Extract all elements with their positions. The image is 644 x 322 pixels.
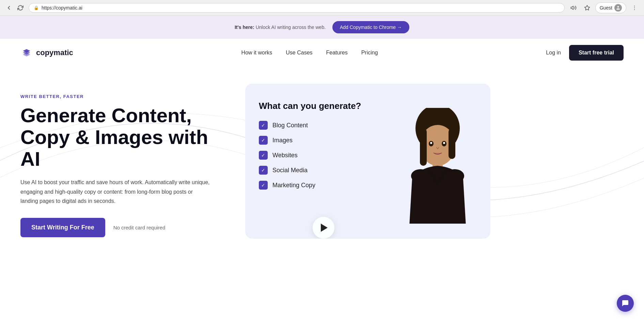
read-aloud-button[interactable]	[568, 2, 579, 13]
card-content: What can you generate? ✓ Blog Content ✓ …	[259, 97, 388, 239]
top-banner: It's here: Unlock AI writing across the …	[0, 16, 644, 39]
nav-links: How it works Use Cases Features Pricing	[241, 50, 378, 56]
add-chrome-button[interactable]: Add Copymatic to Chrome →	[332, 21, 409, 33]
favorites-button[interactable]	[582, 2, 593, 13]
check-icon-blog: ✓	[259, 121, 268, 130]
svg-marker-0	[584, 5, 590, 10]
refresh-button[interactable]	[16, 3, 25, 13]
checklist-label-marketing: Marketing Copy	[272, 182, 315, 189]
address-bar[interactable]: 🔒 https://copymatic.ai	[29, 3, 565, 13]
logo-link[interactable]: copymatic	[20, 47, 73, 59]
hero-title-line2: Copy & Images with AI	[20, 126, 208, 170]
check-icon-social: ✓	[259, 166, 268, 175]
checklist-item-marketing: ✓ Marketing Copy	[259, 181, 388, 190]
hero-title-line1: Generate Content,	[20, 104, 192, 126]
hero-title: Generate Content, Copy & Images with AI	[20, 104, 232, 170]
banner-highlight: It's here:	[235, 25, 254, 30]
checklist: ✓ Blog Content ✓ Images ✓ Websites ✓ Soc…	[259, 121, 388, 190]
card-title: What can you generate?	[259, 101, 388, 111]
url-text: https://copymatic.ai	[42, 5, 82, 11]
lock-icon: 🔒	[34, 5, 39, 10]
svg-point-14	[411, 169, 430, 183]
check-icon-images: ✓	[259, 136, 268, 145]
more-options-button[interactable]	[629, 2, 640, 13]
browser-nav-buttons	[4, 3, 25, 13]
nav-right: Log in Start free trial	[546, 45, 624, 61]
checklist-label-social: Social Media	[272, 167, 308, 174]
nav-use-cases[interactable]: Use Cases	[286, 50, 312, 56]
guest-label: Guest	[600, 5, 612, 11]
svg-rect-8	[449, 128, 455, 159]
checklist-item-blog: ✓ Blog Content	[259, 121, 388, 130]
svg-rect-7	[420, 128, 427, 166]
banner-normal: Unlock AI writing across the web.	[256, 25, 326, 30]
hero-left: WRITE BETTER, FASTER Generate Content, C…	[20, 80, 232, 237]
svg-point-4	[634, 9, 635, 10]
nav-features[interactable]: Features	[326, 50, 348, 56]
browser-right-controls: Guest	[568, 2, 640, 13]
login-link[interactable]: Log in	[546, 50, 561, 56]
svg-point-11	[430, 142, 432, 144]
hero-section: WRITE BETTER, FASTER Generate Content, C…	[0, 67, 644, 257]
guest-profile-button[interactable]: Guest	[595, 2, 626, 13]
svg-point-12	[443, 142, 445, 144]
hero-cta-area: Start Writing For Free No credit card re…	[20, 218, 232, 237]
back-button[interactable]	[4, 3, 14, 13]
svg-point-15	[445, 169, 464, 183]
guest-avatar	[614, 4, 622, 12]
checklist-label-blog: Blog Content	[272, 122, 308, 129]
svg-point-1	[617, 6, 619, 7]
person-illustration	[398, 108, 477, 237]
no-credit-text: No credit card required	[113, 225, 166, 230]
start-trial-button[interactable]: Start free trial	[569, 45, 624, 61]
play-triangle-icon	[321, 224, 328, 232]
checklist-label-images: Images	[272, 137, 293, 144]
browser-chrome: 🔒 https://copymatic.ai Guest	[0, 0, 644, 16]
svg-point-3	[634, 7, 635, 8]
svg-point-2	[634, 5, 635, 6]
person-image	[398, 108, 477, 239]
nav-how-it-works[interactable]: How it works	[241, 50, 272, 56]
main-navigation: copymatic How it works Use Cases Feature…	[0, 39, 644, 67]
play-button[interactable]	[313, 217, 334, 239]
check-icon-marketing: ✓	[259, 181, 268, 190]
checklist-item-images: ✓ Images	[259, 136, 388, 145]
hero-tagline: WRITE BETTER, FASTER	[20, 94, 232, 99]
start-writing-button[interactable]: Start Writing For Free	[20, 218, 105, 237]
check-icon-websites: ✓	[259, 151, 268, 160]
svg-rect-16	[398, 224, 477, 237]
checklist-item-social: ✓ Social Media	[259, 166, 388, 175]
play-area	[259, 190, 388, 239]
hero-right-card: What can you generate? ✓ Blog Content ✓ …	[245, 84, 490, 239]
hero-description: Use AI to boost your traffic and save ho…	[20, 178, 211, 206]
logo-text: copymatic	[36, 48, 73, 57]
checklist-label-websites: Websites	[272, 152, 298, 159]
checklist-item-websites: ✓ Websites	[259, 151, 388, 160]
logo-icon	[20, 47, 33, 59]
nav-pricing[interactable]: Pricing	[361, 50, 378, 56]
